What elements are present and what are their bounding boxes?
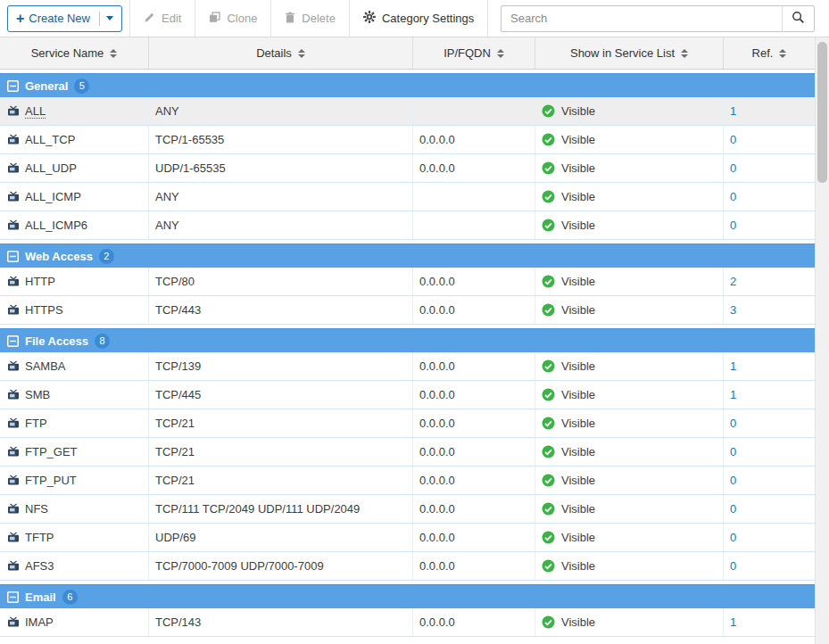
ref-link[interactable]: 1 [730, 388, 736, 401]
collapse-minus-icon[interactable] [7, 80, 19, 92]
service-ip: 0.0.0.0 [413, 524, 535, 551]
toolbar: + Create New Edit Clone Delete [0, 0, 829, 37]
sort-icon [779, 49, 786, 58]
ref-link[interactable]: 0 [730, 161, 736, 175]
column-header-service-name[interactable]: Service Name [0, 37, 149, 69]
ref-cell: 1 [724, 381, 815, 409]
column-header-show-in-service-list[interactable]: Show in Service List [535, 37, 724, 69]
create-new-button[interactable]: + Create New [7, 5, 122, 32]
collapse-minus-icon[interactable] [7, 251, 19, 262]
column-header-ref[interactable]: Ref. [724, 37, 815, 69]
service-details: TCP/1-65535 [149, 126, 413, 153]
table-row[interactable]: ALL_UDP UDP/1-65535 0.0.0.0 Visible 0 [0, 154, 815, 183]
category-header[interactable]: Web Access 2 [0, 244, 815, 268]
service-name: SAMBA [25, 359, 66, 373]
table-row[interactable]: FTP TCP/21 0.0.0.0 Visible 0 [0, 409, 815, 438]
table-row[interactable]: IMAP TCP/143 0.0.0.0 Visible 1 [0, 608, 815, 637]
ref-link[interactable]: 1 [730, 104, 736, 118]
edit-button[interactable]: Edit [130, 0, 195, 37]
table-row[interactable]: HTTPS TCP/443 0.0.0.0 Visible 3 [0, 296, 815, 325]
service-icon [7, 560, 20, 573]
column-header-ip-fqdn[interactable]: IP/FQDN [413, 37, 535, 69]
category-header[interactable]: General 5 [0, 73, 815, 97]
ref-link[interactable]: 0 [730, 531, 736, 544]
visibility-cell: Visible [535, 352, 724, 380]
table-header: Service Name Details IP/FQDN Show in Ser… [0, 37, 815, 70]
ref-link[interactable]: 0 [730, 474, 736, 487]
search-button[interactable] [782, 6, 814, 31]
collapse-minus-icon[interactable] [7, 335, 19, 347]
category-header[interactable]: Email 6 [0, 584, 815, 608]
table-row[interactable]: SAMBA TCP/139 0.0.0.0 Visible 1 [0, 352, 815, 381]
visibility-cell: Visible [535, 183, 724, 211]
ref-link[interactable]: 0 [730, 219, 736, 232]
service-icon [7, 276, 20, 288]
service-name-cell: SMB [0, 381, 149, 409]
service-name: ALL [25, 104, 46, 119]
service-name: NFS [25, 502, 48, 516]
scrollbar-thumb[interactable] [817, 42, 827, 183]
table-row[interactable]: ALL ANY Visible 1 [0, 97, 815, 126]
visibility-cell: Visible [535, 409, 724, 437]
pencil-icon [144, 12, 155, 26]
visibility-cell: Visible [535, 296, 724, 324]
ref-link[interactable]: 1 [730, 359, 736, 373]
service-icon [7, 134, 20, 146]
table-row[interactable]: ALL_ICMP6 ANY Visible 0 [0, 211, 815, 240]
ref-link[interactable]: 2 [730, 275, 736, 288]
table-row[interactable]: ALL_ICMP ANY Visible 0 [0, 183, 815, 211]
service-name: FTP_GET [25, 445, 78, 458]
check-circle-icon [542, 388, 555, 401]
visibility-cell: Visible [535, 211, 724, 239]
table-row[interactable]: ALL_TCP TCP/1-65535 0.0.0.0 Visible 0 [0, 126, 815, 154]
category-name: General [25, 79, 68, 93]
clone-label: Clone [227, 12, 257, 25]
category-count-badge: 5 [74, 78, 89, 94]
plus-icon: + [16, 12, 24, 26]
table-row[interactable]: AFS3 TCP/7000-7009 UDP/7000-7009 0.0.0.0… [0, 552, 815, 581]
ref-link[interactable]: 0 [730, 133, 736, 146]
service-name: ALL_TCP [25, 133, 75, 146]
delete-label: Delete [302, 12, 336, 25]
clone-button[interactable]: Clone [195, 0, 270, 37]
trash-icon [285, 12, 295, 26]
collapse-minus-icon[interactable] [7, 591, 19, 603]
search-input[interactable] [502, 12, 782, 25]
service-name-cell: ALL_TCP [0, 126, 149, 153]
service-name: FTP [25, 417, 47, 430]
category-header[interactable]: File Access 8 [0, 328, 815, 352]
column-label: Service Name [31, 46, 104, 60]
service-name: FTP_PUT [25, 474, 77, 487]
ref-link[interactable]: 1 [730, 615, 736, 629]
ref-cell: 0 [724, 466, 815, 494]
check-circle-icon [542, 359, 555, 373]
check-circle-icon [542, 133, 555, 146]
ref-link[interactable]: 3 [730, 303, 736, 317]
service-name-cell: ALL_ICMP [0, 183, 149, 211]
ref-link[interactable]: 0 [730, 559, 736, 573]
service-name: HTTP [25, 275, 55, 288]
table-row[interactable]: FTP_GET TCP/21 0.0.0.0 Visible 0 [0, 438, 815, 466]
table-row[interactable]: NFS TCP/111 TCP/2049 UDP/111 UDP/2049 0.… [0, 495, 815, 524]
service-icon [7, 616, 20, 629]
visibility-label: Visible [561, 615, 595, 629]
ref-link[interactable]: 0 [730, 417, 736, 430]
category-settings-button[interactable]: Category Settings [350, 0, 487, 37]
vertical-scrollbar[interactable] [815, 37, 829, 644]
table-row[interactable]: TFTP UDP/69 0.0.0.0 Visible 0 [0, 524, 815, 552]
column-header-details[interactable]: Details [149, 37, 413, 69]
ref-link[interactable]: 0 [730, 190, 736, 203]
ref-link[interactable]: 0 [730, 502, 736, 516]
ref-link[interactable]: 0 [730, 445, 736, 458]
category-settings-label: Category Settings [382, 12, 474, 25]
table-row[interactable]: SMB TCP/445 0.0.0.0 Visible 1 [0, 381, 815, 409]
table-row[interactable]: HTTP TCP/80 0.0.0.0 Visible 2 [0, 268, 815, 296]
delete-button[interactable]: Delete [271, 0, 349, 37]
service-name-cell: NFS [0, 495, 149, 523]
visibility-cell: Visible [535, 268, 724, 295]
search-box [501, 5, 815, 32]
service-icon [7, 105, 20, 118]
service-ip: 0.0.0.0 [413, 381, 535, 409]
table-row[interactable]: FTP_PUT TCP/21 0.0.0.0 Visible 0 [0, 466, 815, 495]
visibility-cell: Visible [535, 154, 724, 182]
